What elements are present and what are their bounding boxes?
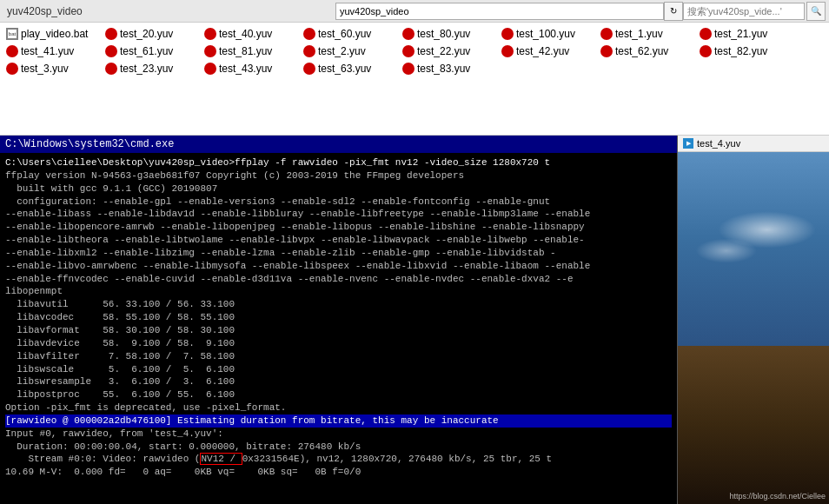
- title-bar: yuv420sp_video ↻ 🔍: [0, 0, 829, 23]
- file-name: test_81.yuv: [219, 45, 272, 57]
- yuv-icon: [402, 28, 414, 40]
- file-name: test_83.yuv: [417, 63, 470, 75]
- list-item[interactable]: test_1.yuv: [598, 26, 693, 42]
- list-item[interactable]: test_3.yuv: [3, 61, 99, 76]
- list-item[interactable]: test_82.yuv: [697, 43, 793, 59]
- cmd-line: [rawvideo @ 000002a2db476100] Estimating…: [5, 414, 672, 428]
- file-name: test_60.yuv: [318, 28, 371, 40]
- cmd-line: libavcodec 58. 55.100 / 58. 55.100: [5, 311, 672, 324]
- cmd-window: C:\Windows\system32\cmd.exe C:\Users\cie…: [0, 136, 677, 504]
- file-name: test_82.yuv: [714, 45, 767, 57]
- list-item[interactable]: test_83.yuv: [400, 61, 495, 76]
- file-name: test_22.yuv: [417, 45, 470, 57]
- cmd-content: C:\Users\ciellee\Desktop\yuv420sp_video>…: [0, 153, 677, 504]
- yuv-icon: [204, 45, 216, 57]
- file-name: test_2.yuv: [318, 45, 366, 57]
- bat-icon: bat: [6, 28, 18, 40]
- yuv-icon: [600, 45, 613, 57]
- cmd-line: C:\Users\ciellee\Desktop\yuv420sp_video>…: [5, 156, 672, 169]
- cmd-line: --enable-libxml2 --enable-libzimg --enab…: [5, 247, 672, 260]
- list-item[interactable]: test_43.yuv: [202, 61, 297, 76]
- cmd-line: libswresample 3. 6.100 / 3. 6.100: [5, 375, 672, 388]
- file-name: test_40.yuv: [219, 28, 272, 40]
- cmd-line: configuration: --enable-gpl --enable-ver…: [5, 196, 672, 209]
- yuv-icon: [6, 45, 18, 57]
- list-item[interactable]: batplay_video.bat: [3, 26, 99, 42]
- watermark: https://blog.csdn.net/Ciellee: [729, 492, 826, 501]
- list-item[interactable]: test_61.yuv: [103, 43, 198, 59]
- file-name: test_23.yuv: [120, 63, 173, 75]
- list-item[interactable]: test_40.yuv: [202, 26, 297, 42]
- yuv-icon: [700, 28, 712, 40]
- yuv-icon: [700, 45, 712, 57]
- search-button[interactable]: 🔍: [806, 2, 826, 21]
- main-layout: C:\Windows\system32\cmd.exe C:\Users\cie…: [0, 136, 829, 504]
- cmd-line: --enable-libtheora --enable-libtwolame -…: [5, 234, 672, 247]
- video-thumb-icon: ▶: [683, 138, 693, 149]
- yuv-icon: [105, 45, 117, 57]
- cmd-line: libavutil 56. 33.100 / 56. 33.100: [5, 298, 672, 311]
- file-name: test_3.yuv: [21, 63, 69, 75]
- yuv-icon: [600, 28, 613, 40]
- list-item[interactable]: test_2.yuv: [301, 43, 396, 59]
- list-item[interactable]: test_100.yuv: [499, 26, 594, 42]
- file-name: test_80.yuv: [417, 28, 470, 40]
- file-name: test_43.yuv: [219, 63, 272, 75]
- cmd-line: --enable-libass --enable-libdav1d --enab…: [5, 208, 672, 221]
- explorer-area: batplay_video.battest_20.yuvtest_40.yuvt…: [0, 23, 829, 136]
- video-tab[interactable]: ▶ test_4.yuv: [678, 136, 829, 152]
- list-item[interactable]: test_41.yuv: [3, 43, 99, 59]
- cmd-line: 10.69 M-V: 0.000 fd= 0 aq= 0KB vq= 0KB s…: [5, 466, 672, 479]
- list-item[interactable]: test_80.yuv: [400, 26, 495, 42]
- video-preview: https://blog.csdn.net/Ciellee: [678, 152, 829, 504]
- list-item[interactable]: test_62.yuv: [598, 43, 693, 59]
- list-item[interactable]: test_22.yuv: [400, 43, 495, 59]
- cmd-line: libavformat 58. 30.100 / 58. 30.100: [5, 324, 672, 337]
- file-name: test_20.yuv: [120, 28, 173, 40]
- yuv-icon: [402, 45, 414, 57]
- file-name: test_63.yuv: [318, 63, 371, 75]
- search-input[interactable]: [683, 3, 805, 20]
- cmd-line: ffplay version N-94563-g3aeb681f07 Copyr…: [5, 169, 672, 182]
- address-bar: [335, 3, 664, 20]
- cmd-line: Option -pix_fmt is deprecated, use -pixe…: [5, 401, 672, 414]
- refresh-button[interactable]: ↻: [664, 2, 683, 21]
- cmd-line: libpostproc 55. 6.100 / 55. 6.100: [5, 388, 672, 401]
- list-item[interactable]: test_21.yuv: [697, 26, 793, 42]
- file-name: test_41.yuv: [21, 45, 74, 57]
- cmd-line: Stream #0:0: Video: rawvideo (NV12 / 0x3…: [5, 453, 672, 466]
- yuv-icon: [303, 28, 315, 40]
- search-bar: 🔍: [683, 2, 826, 21]
- cmd-line: Duration: 00:00:00.04, start: 0.000000, …: [5, 441, 672, 454]
- cmd-line: libavfilter 7. 58.100 / 7. 58.100: [5, 350, 672, 363]
- list-item[interactable]: test_20.yuv: [103, 26, 198, 42]
- video-panel: ▶ test_4.yuv https://blog.csdn.net/Ciell…: [677, 136, 829, 504]
- yuv-icon: [105, 28, 117, 40]
- yuv-icon: [204, 63, 216, 75]
- list-item[interactable]: test_60.yuv: [301, 26, 396, 42]
- list-item[interactable]: test_81.yuv: [202, 43, 297, 59]
- address-input[interactable]: [335, 3, 664, 20]
- file-grid: batplay_video.battest_20.yuvtest_40.yuvt…: [3, 26, 826, 76]
- yuv-icon: [204, 28, 216, 40]
- file-name: test_62.yuv: [615, 45, 668, 57]
- cloud-layer: [686, 188, 822, 294]
- video-tab-label: test_4.yuv: [697, 138, 740, 149]
- list-item[interactable]: test_42.yuv: [499, 43, 594, 59]
- title-text: yuv420sp_video: [3, 5, 335, 17]
- cmd-line: Input #0, rawvideo, from 'test_4.yuv':: [5, 428, 672, 441]
- cmd-line: --enable-ffnvcodec --enable-cuvid --enab…: [5, 273, 672, 286]
- file-name: test_1.yuv: [615, 28, 663, 40]
- file-name: test_21.yuv: [714, 28, 767, 40]
- yuv-icon: [501, 45, 514, 57]
- yuv-icon: [402, 63, 414, 75]
- cmd-line: libopenmpt: [5, 285, 672, 298]
- nv12-highlight: NV12 /: [200, 453, 242, 465]
- list-item[interactable]: test_23.yuv: [103, 61, 198, 76]
- list-item[interactable]: test_63.yuv: [301, 61, 396, 76]
- file-name: test_100.yuv: [516, 28, 575, 40]
- cmd-line: built with gcc 9.1.1 (GCC) 20190807: [5, 182, 672, 196]
- yuv-icon: [303, 63, 315, 75]
- file-name: test_61.yuv: [120, 45, 173, 57]
- yuv-icon: [6, 63, 18, 75]
